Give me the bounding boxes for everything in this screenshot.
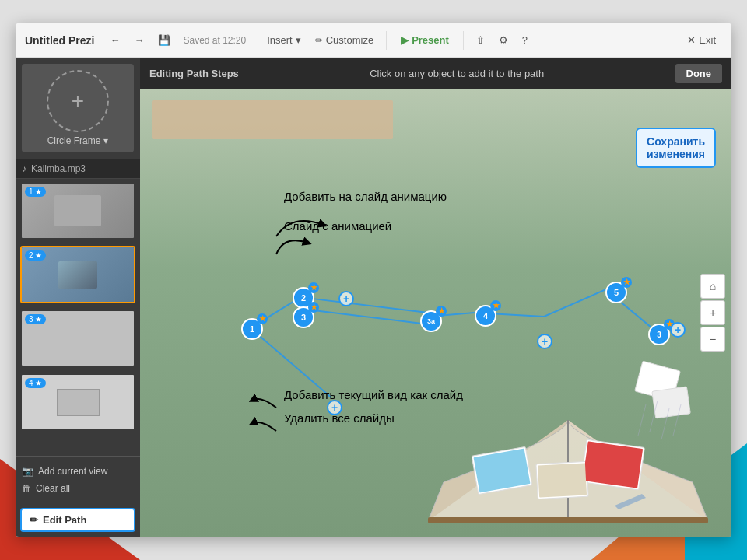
music-filename: Kalimba.mp3	[31, 163, 86, 174]
music-bar: Kalimba.mp3	[16, 159, 140, 179]
path-node-3b[interactable]: 3	[648, 324, 670, 345]
save-button[interactable]: 💾	[153, 31, 175, 49]
book-illustration	[428, 342, 708, 529]
annotation-text-view: Добавить текущий вид как слайд	[284, 388, 463, 401]
path-node-4[interactable]: 4	[475, 305, 496, 327]
done-button[interactable]: Done	[675, 64, 723, 83]
content-area: + Circle Frame ▾ Kalimba.mp3 1 ★	[16, 58, 731, 537]
clear-all-button[interactable]: Clear all	[22, 480, 134, 497]
svg-line-10	[638, 404, 646, 436]
annotation-text-clear: Удалить все слайды	[284, 411, 395, 425]
add-view-button[interactable]: Add current view	[22, 463, 134, 480]
editing-steps-label: Editing Path Steps	[149, 68, 239, 79]
svg-rect-6	[583, 441, 643, 488]
undo-button[interactable]: ←	[105, 31, 124, 49]
svg-rect-1	[428, 517, 708, 523]
path-header: Editing Path Steps Click on any object t…	[140, 58, 731, 89]
add-path-btn-2[interactable]: +	[338, 291, 354, 306]
separator-2	[386, 31, 387, 50]
redo-button[interactable]: →	[129, 31, 149, 49]
camera-icon	[22, 466, 33, 477]
beige-banner	[152, 100, 393, 139]
annotation-slide-anim: Слайд с анимацией	[276, 219, 384, 233]
add-frame-button[interactable]: + Circle Frame ▾	[22, 64, 134, 152]
path-instruction: Click on any object to add it to the pat…	[239, 68, 675, 79]
path-node-3[interactable]: 3	[293, 306, 314, 328]
sidebar-actions: Add current view Clear all	[16, 456, 140, 503]
slide-badge-1: 1 ★	[25, 187, 46, 197]
canvas-bg: 1 2 3 3а 4	[140, 89, 731, 537]
customize-button[interactable]: ✏ Customize	[310, 31, 378, 49]
slide-item-2[interactable]: 2 ★	[20, 246, 135, 303]
canvas-controls: ⌂ + −	[700, 274, 725, 352]
app-title: Untitled Prezi	[25, 34, 94, 47]
annotation-text-anim: Добавить на слайд анимацию	[284, 190, 447, 203]
trash-icon	[22, 483, 31, 494]
separator-1	[254, 31, 254, 50]
saved-status: Saved at 12:20	[183, 35, 246, 46]
annotation-text-slide: Слайд с анимацией	[284, 219, 391, 233]
annotation-add-view: Добавить текущий вид как слайд	[276, 388, 455, 402]
callout-box: Сохранить изменения	[636, 128, 716, 168]
slide-badge-2: 2 ★	[25, 250, 46, 261]
app-window: Untitled Prezi ← → 💾 Saved at 12:20 Inse…	[16, 23, 731, 537]
slide-item-1[interactable]: 1 ★	[20, 182, 135, 240]
music-icon	[22, 163, 26, 174]
insert-button[interactable]: Insert ▾	[262, 31, 306, 49]
edit-path-button[interactable]: Edit Path	[20, 508, 135, 532]
home-control-button[interactable]: ⌂	[700, 274, 725, 299]
pencil-icon	[30, 514, 38, 526]
slide-badge-3: 3 ★	[25, 314, 46, 324]
canvas-area[interactable]: Editing Path Steps Click on any object t…	[140, 58, 731, 537]
separator-3	[463, 31, 464, 50]
slide-badge-4: 4 ★	[25, 378, 46, 388]
callout-line2: изменения	[647, 148, 705, 160]
path-node-1[interactable]: 1	[241, 318, 263, 340]
settings-button[interactable]: ⚙	[494, 31, 513, 49]
add-path-btn-4[interactable]: +	[670, 322, 686, 338]
callout-line1: Сохранить	[647, 135, 705, 148]
annotation-add-anim: Добавить на слайд анимацию	[276, 190, 439, 204]
toolbar: Untitled Prezi ← → 💾 Saved at 12:20 Inse…	[16, 23, 731, 58]
zoom-out-button[interactable]: −	[700, 327, 725, 352]
add-path-btn-3[interactable]: +	[537, 334, 552, 349]
share-button[interactable]: ⇧	[472, 31, 489, 49]
zoom-in-button[interactable]: +	[700, 300, 725, 325]
svg-rect-7	[538, 463, 587, 497]
slide-item-3[interactable]: 3 ★	[20, 310, 135, 367]
circle-frame-icon: +	[47, 70, 109, 132]
svg-rect-9	[652, 387, 690, 418]
annotation-clear-all: Удалить все слайды	[276, 411, 387, 425]
frame-label: Circle Frame ▾	[47, 135, 109, 146]
sidebar: + Circle Frame ▾ Kalimba.mp3 1 ★	[16, 58, 140, 537]
exit-button[interactable]: ✕ Exit	[681, 31, 722, 49]
path-node-5[interactable]: 5	[605, 282, 627, 303]
present-button[interactable]: ▶ Present	[395, 31, 455, 49]
slide-item-4[interactable]: 4 ★	[20, 373, 135, 431]
path-node-3a[interactable]: 3а	[420, 310, 442, 332]
help-button[interactable]: ?	[517, 31, 532, 49]
